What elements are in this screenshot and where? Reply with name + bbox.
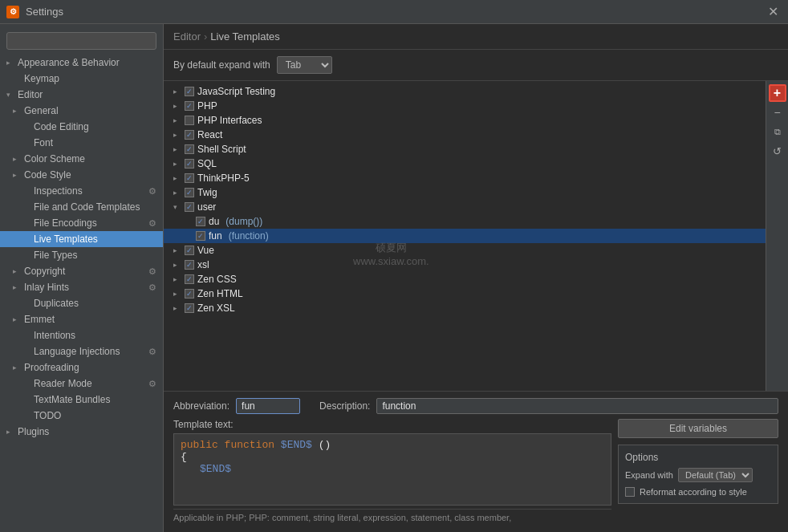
- template-group-xsl[interactable]: ✓ xsl: [164, 258, 766, 272]
- sidebar-item-textmate_bundles[interactable]: TextMate Bundles: [0, 392, 163, 408]
- code-line-2: {: [181, 451, 604, 463]
- template-list: ✓ JavaScript Testing ✓ PHP PHP Interface…: [164, 81, 766, 391]
- template-group-php[interactable]: ✓ PHP: [164, 99, 766, 113]
- add-button[interactable]: +: [769, 84, 786, 102]
- expand-toolbar: By default expand with Tab Space Enter: [164, 50, 788, 81]
- sidebar-item-color_scheme[interactable]: Color Scheme: [0, 151, 163, 167]
- sidebar-item-live_templates[interactable]: Live Templates: [0, 231, 163, 247]
- reformat-checkbox[interactable]: [625, 487, 635, 497]
- group-checkbox[interactable]: ✓: [185, 260, 194, 270]
- item-checkbox[interactable]: ✓: [196, 217, 205, 226]
- template-group-js_testing[interactable]: ✓ JavaScript Testing: [164, 84, 766, 99]
- template-group-sql[interactable]: ✓ SQL: [164, 156, 766, 171]
- copy-button[interactable]: ⧉: [769, 123, 786, 140]
- template-text-area[interactable]: public function $END$ () { $END$: [173, 433, 611, 506]
- template-group-zen_css[interactable]: ✓ Zen CSS: [164, 272, 766, 286]
- group-checkbox[interactable]: ✓: [185, 188, 194, 197]
- abbreviation-input[interactable]: [236, 398, 300, 414]
- group-label: xsl: [197, 259, 209, 270]
- sidebar-item-file_encodings[interactable]: File Encodings⚙: [0, 215, 163, 231]
- expand-row: Expand with Default (Tab) Tab Space Ente…: [625, 468, 771, 482]
- sidebar-item-inlay_hints[interactable]: Inlay Hints⚙: [0, 279, 163, 295]
- group-checkbox[interactable]: ✓: [185, 130, 194, 140]
- expand-with-select[interactable]: Default (Tab) Tab Space Enter: [678, 468, 753, 482]
- group-checkbox[interactable]: ✓: [185, 87, 194, 96]
- chevron-icon: [13, 363, 21, 372]
- chevron-icon: [13, 267, 21, 275]
- expand-select[interactable]: Tab Space Enter: [277, 56, 332, 74]
- group-checkbox[interactable]: ✓: [185, 202, 194, 212]
- reformat-row: Reformat according to style: [625, 487, 771, 497]
- description-input[interactable]: [376, 398, 778, 414]
- group-chevron-icon: [173, 290, 181, 298]
- template-group-zen_xsl[interactable]: ✓ Zen XSL: [164, 301, 766, 315]
- sidebar-item-proofreading[interactable]: Proofreading: [0, 359, 163, 376]
- template-group-vue[interactable]: ✓ Vue: [164, 243, 766, 258]
- group-checkbox[interactable]: ✓: [185, 173, 194, 183]
- group-chevron-icon: [173, 275, 181, 283]
- sidebar-item-code_editing[interactable]: Code Editing: [0, 119, 163, 135]
- group-checkbox[interactable]: ✓: [185, 159, 194, 169]
- template-group-zen_html[interactable]: ✓ Zen HTML: [164, 286, 766, 301]
- search-input[interactable]: [6, 32, 156, 50]
- sidebar-item-file_types[interactable]: File Types: [0, 247, 163, 263]
- template-group-react[interactable]: ✓ React: [164, 128, 766, 142]
- template-group-php_interfaces[interactable]: PHP Interfaces: [164, 113, 766, 128]
- group-checkbox[interactable]: [185, 116, 194, 125]
- sidebar-item-emmet[interactable]: Emmet: [0, 311, 163, 327]
- item-checkbox[interactable]: ✓: [196, 231, 205, 241]
- sidebar-item-plugins[interactable]: Plugins: [0, 424, 163, 440]
- template-text-container: Template text: public function $END$ () …: [173, 419, 611, 526]
- template-group-shell_script[interactable]: ✓ Shell Script: [164, 142, 766, 156]
- group-chevron-icon: [173, 174, 181, 182]
- sidebar-item-copyright[interactable]: Copyright⚙: [0, 263, 163, 279]
- group-chevron-icon: [173, 189, 181, 197]
- sidebar-item-editor[interactable]: Editor: [0, 87, 163, 103]
- remove-button[interactable]: −: [769, 104, 786, 121]
- sidebar-item-code_style[interactable]: Code Style: [0, 167, 163, 183]
- description-label: Description:: [319, 400, 370, 412]
- group-label: Shell Script: [197, 144, 246, 155]
- template-item-du[interactable]: ✓ du (dump()): [164, 214, 766, 229]
- sidebar-item-label: Language Injections: [34, 346, 120, 357]
- group-label: JavaScript Testing: [197, 86, 275, 97]
- group-label: ThinkPHP-5: [197, 173, 250, 184]
- group-chevron-icon: [173, 246, 181, 254]
- breadcrumb-separator: ›: [204, 30, 207, 43]
- chevron-icon: [13, 171, 21, 179]
- sidebar-item-file_code_templates[interactable]: File and Code Templates: [0, 199, 163, 215]
- group-chevron-icon: [173, 145, 181, 153]
- code-public: public: [181, 439, 225, 451]
- sidebar-item-inspections[interactable]: Inspections⚙: [0, 183, 163, 199]
- group-chevron-icon: [173, 160, 181, 168]
- sidebar-item-intentions[interactable]: Intentions: [0, 327, 163, 343]
- sidebar-item-duplicates[interactable]: Duplicates: [0, 295, 163, 311]
- sidebar-item-language_injections[interactable]: Language Injections⚙: [0, 343, 163, 359]
- sidebar-item-todo[interactable]: TODO: [0, 408, 163, 424]
- group-checkbox[interactable]: ✓: [185, 246, 194, 255]
- sidebar-item-general[interactable]: General: [0, 103, 163, 119]
- group-checkbox[interactable]: ✓: [185, 289, 194, 298]
- gear-icon: ⚙: [148, 379, 156, 389]
- sidebar-item-label: TextMate Bundles: [34, 394, 110, 405]
- group-checkbox[interactable]: ✓: [185, 101, 194, 111]
- edit-variables-button[interactable]: Edit variables: [618, 419, 778, 438]
- sidebar-item-reader_mode[interactable]: Reader Mode⚙: [0, 376, 163, 392]
- group-checkbox[interactable]: ✓: [185, 303, 194, 313]
- template-item-fun[interactable]: ✓ fun (function): [164, 229, 766, 243]
- undo-button[interactable]: ↺: [769, 142, 786, 160]
- sidebar-item-label: Appearance & Behavior: [18, 57, 120, 68]
- template-group-user[interactable]: ✓ user: [164, 200, 766, 214]
- sidebar-item-font[interactable]: Font: [0, 135, 163, 151]
- template-group-twig[interactable]: ✓ Twig: [164, 185, 766, 200]
- sidebar-item-keymap[interactable]: Keymap: [0, 71, 163, 87]
- sidebar-item-appearance[interactable]: Appearance & Behavior: [0, 55, 163, 71]
- content-area: Editor › Live Templates By default expan…: [164, 24, 788, 532]
- group-label: SQL: [197, 158, 217, 169]
- options-title: Options: [625, 452, 771, 463]
- template-group-thinkphp[interactable]: ✓ ThinkPHP-5: [164, 171, 766, 185]
- group-checkbox[interactable]: ✓: [185, 274, 194, 284]
- sidebar-item-label: Inspections: [34, 185, 83, 197]
- close-button[interactable]: ✕: [765, 4, 782, 19]
- group-checkbox[interactable]: ✓: [185, 144, 194, 154]
